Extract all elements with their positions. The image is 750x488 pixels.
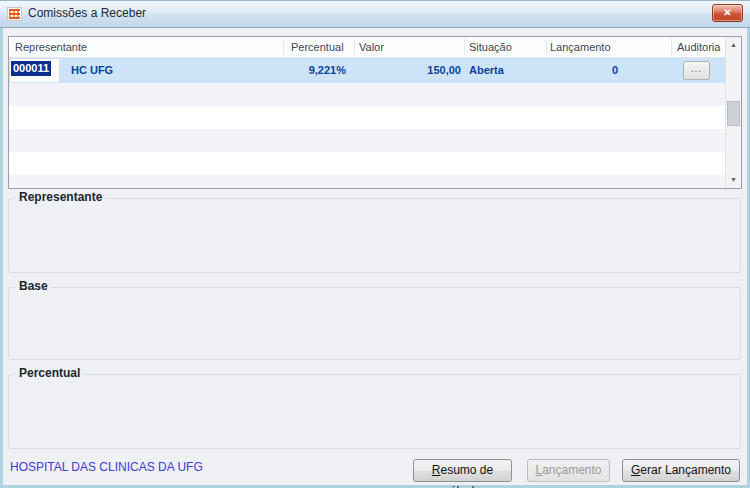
cell-valor: 150,00	[354, 58, 461, 83]
cell-representante: HC UFG	[71, 58, 113, 83]
gerar-lancamento-button[interactable]: Gerar Lançamento	[622, 459, 740, 482]
cell-situacao: Aberta	[469, 58, 504, 83]
groupbox-percentual-label: Percentual	[15, 366, 84, 380]
column-divider	[283, 39, 284, 55]
column-header-auditoria[interactable]: Auditoria	[677, 37, 720, 57]
company-name-label: HOSPITAL DAS CLINICAS DA UFG	[10, 460, 203, 474]
cell-percentual: 9,221%	[283, 58, 346, 83]
cell-lancamento: 0	[546, 58, 618, 83]
vertical-scrollbar[interactable]: ▲ ▼	[725, 37, 741, 188]
empty-row	[9, 175, 725, 188]
column-divider	[464, 39, 465, 55]
empty-row	[9, 83, 725, 106]
column-divider	[354, 39, 355, 55]
groupbox-base: Base	[8, 287, 741, 360]
scroll-down-icon[interactable]: ▼	[726, 172, 741, 188]
column-header-lancamento[interactable]: Lançamento	[550, 37, 611, 57]
empty-row	[9, 129, 725, 152]
label-rest: erar Lançamento	[640, 463, 731, 477]
column-header-representante[interactable]: Representante	[15, 37, 87, 57]
groupbox-percentual: Percentual	[8, 374, 741, 449]
grid-header: Representante Percentual Valor Situação …	[9, 37, 725, 58]
column-divider	[546, 39, 547, 55]
resumo-de-calculo-button[interactable]: Resumo de cálculo	[413, 459, 512, 482]
commissions-grid: Representante Percentual Valor Situação …	[8, 36, 742, 189]
scrollbar-thumb[interactable]	[727, 101, 740, 126]
table-row-selected[interactable]: 000011 HC UFG 9,221% 150,00 Aberta 0 ...	[9, 58, 725, 83]
mnemonic: G	[631, 463, 640, 477]
codigo-cell-editor[interactable]: 000011	[10, 59, 59, 82]
codigo-value: 000011	[11, 61, 51, 76]
close-icon: ✕	[723, 7, 731, 18]
column-header-situacao[interactable]: Situação	[469, 37, 512, 57]
scroll-up-icon[interactable]: ▲	[726, 37, 741, 53]
groupbox-representante-label: Representante	[15, 190, 106, 204]
dialog-client-area: Representante Percentual Valor Situação …	[3, 28, 747, 485]
label-rest: esumo de cálculo	[440, 463, 493, 488]
dialog-comissoes-a-receber: Comissões a Receber ✕ Representante Perc…	[0, 0, 750, 488]
auditoria-ellipsis-button[interactable]: ...	[683, 61, 710, 80]
column-divider	[671, 39, 672, 55]
groupbox-base-label: Base	[15, 279, 52, 293]
close-button[interactable]: ✕	[712, 4, 743, 22]
label-rest: ançamento	[542, 463, 601, 477]
column-header-valor[interactable]: Valor	[359, 37, 384, 57]
lancamento-button[interactable]: Lançamento	[527, 459, 610, 482]
groupbox-representante: Representante	[8, 198, 741, 273]
window-title: Comissões a Receber	[28, 0, 146, 27]
column-header-percentual[interactable]: Percentual	[291, 37, 344, 57]
app-icon	[7, 7, 22, 21]
title-bar[interactable]: Comissões a Receber ✕	[0, 0, 750, 28]
